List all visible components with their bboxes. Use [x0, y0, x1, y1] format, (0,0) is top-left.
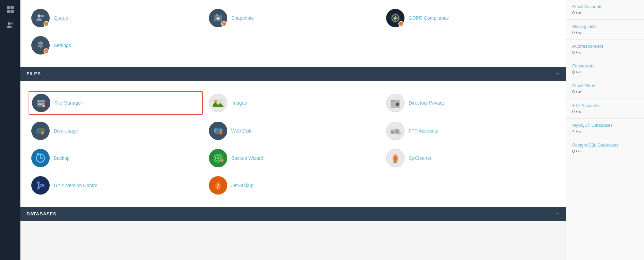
- snapshots-label[interactable]: Snapshots: [231, 15, 254, 21]
- svg-text:⚙: ⚙: [221, 159, 223, 162]
- git-label[interactable]: Git™ Version Control: [54, 183, 99, 188]
- web-disk-icon: [209, 122, 227, 140]
- email-accounts-value: 0 / ∞: [572, 10, 638, 15]
- backup-label[interactable]: Backup: [54, 155, 70, 161]
- right-sidebar-email-filters[interactable]: Email Filters 0 / ∞: [566, 79, 644, 99]
- item-settings[interactable]: Settings: [29, 34, 203, 57]
- right-sidebar-email-accounts[interactable]: Email Accounts 0 / ∞: [566, 0, 644, 20]
- backup-icon: [31, 149, 50, 167]
- right-sidebar-autoresponders[interactable]: Autoresponders 0 / ∞: [566, 40, 644, 59]
- svg-point-8: [41, 15, 44, 17]
- images-icon: [209, 94, 227, 112]
- right-sidebar-mysql[interactable]: MySQL® Databases 4 / ∞: [566, 119, 644, 138]
- right-sidebar-postgresql[interactable]: PostgreSQL Databases 0 / ∞: [566, 138, 644, 158]
- svg-text:!: !: [42, 132, 43, 135]
- svg-point-40: [219, 131, 222, 135]
- item-queue[interactable]: Queue: [29, 7, 203, 29]
- forwarders-value: 0 / ∞: [572, 70, 638, 75]
- autoresponders-value: 0 / ∞: [572, 50, 638, 55]
- users-icon[interactable]: [4, 19, 16, 31]
- right-sidebar-ftp-accounts[interactable]: FTP Accounts 0 / ∞: [566, 99, 644, 119]
- svg-rect-20: [37, 100, 45, 102]
- images-label[interactable]: Images: [231, 100, 247, 106]
- queue-label[interactable]: Queue: [54, 15, 68, 21]
- item-backup-wizard[interactable]: ⚙ Backup Wizard: [206, 147, 380, 169]
- jetbackup-label[interactable]: JetBackup: [231, 183, 253, 188]
- cpcleaner-label[interactable]: CpCleaner: [409, 155, 431, 161]
- mysql-value: 4 / ∞: [572, 129, 638, 134]
- files-section-content: ▶ File Manager Images: [20, 81, 566, 207]
- cpcleaner-icon: [386, 149, 404, 167]
- mysql-label: MySQL® Databases: [572, 123, 638, 128]
- autoresponders-label: Autoresponders: [572, 44, 638, 49]
- item-disk-usage[interactable]: ! Disk Usage: [29, 120, 203, 142]
- email-accounts-label: Email Accounts: [572, 4, 638, 9]
- right-sidebar: Email Accounts 0 / ∞ Mailing Lists 0 / ∞…: [566, 0, 644, 260]
- svg-point-18: [39, 44, 42, 47]
- item-backup[interactable]: Backup: [29, 147, 203, 169]
- svg-point-54: [37, 181, 40, 184]
- item-web-disk[interactable]: Web Disk: [206, 120, 380, 142]
- svg-point-27: [214, 100, 217, 103]
- gdpr-label[interactable]: GDPR Compliance: [409, 15, 449, 21]
- databases-collapse-button[interactable]: −: [556, 210, 560, 217]
- item-git[interactable]: Git™ Version Control: [29, 174, 203, 197]
- svg-point-55: [37, 187, 40, 189]
- item-directory-privacy[interactable]: Directory Privacy: [383, 91, 558, 115]
- disk-usage-label[interactable]: Disk Usage: [54, 128, 78, 134]
- gdpr-icon: 🔒: [386, 9, 404, 27]
- settings-label[interactable]: Settings: [54, 43, 71, 48]
- ftp-accounts-label[interactable]: FTP Accounts: [409, 128, 438, 134]
- files-collapse-button[interactable]: −: [556, 70, 560, 77]
- databases-section: DATABASES −: [20, 207, 566, 221]
- svg-rect-3: [11, 10, 14, 13]
- postgresql-label: PostgreSQL Databases: [572, 142, 638, 148]
- svg-rect-29: [391, 100, 395, 102]
- git-icon: [31, 176, 50, 195]
- directory-privacy-label[interactable]: Directory Privacy: [409, 100, 445, 106]
- top-items-grid: Queue Snapshots: [29, 3, 558, 60]
- settings-icon: [31, 36, 50, 55]
- svg-point-5: [11, 22, 13, 25]
- files-section-title: FILES: [27, 71, 41, 76]
- file-manager-icon: ▶: [32, 94, 50, 112]
- postgresql-value: 0 / ∞: [572, 149, 638, 154]
- item-gdpr[interactable]: 🔒 GDPR Compliance: [383, 7, 558, 29]
- ftp-accounts-rs-label: FTP Accounts: [572, 103, 638, 108]
- right-sidebar-mailing-lists[interactable]: Mailing Lists 0 / ∞: [566, 20, 644, 40]
- item-jetbackup[interactable]: JetBackup: [206, 174, 380, 197]
- svg-rect-0: [7, 6, 10, 9]
- backup-wizard-icon: ⚙: [209, 149, 227, 167]
- web-disk-label[interactable]: Web Disk: [231, 128, 252, 134]
- email-filters-label: Email Filters: [572, 83, 638, 88]
- svg-rect-2: [7, 10, 10, 13]
- ftp-accounts-rs-value: 0 / ∞: [572, 109, 638, 114]
- svg-rect-53: [393, 162, 397, 163]
- databases-section-title: DATABASES: [27, 211, 56, 216]
- files-section-header[interactable]: FILES −: [20, 67, 566, 81]
- svg-rect-22: [38, 104, 43, 105]
- right-sidebar-forwarders[interactable]: Forwarders 0 / ∞: [566, 59, 644, 79]
- databases-section-header[interactable]: DATABASES −: [20, 207, 566, 221]
- grid-icon[interactable]: [4, 3, 16, 16]
- files-items-grid: ▶ File Manager Images: [29, 88, 558, 200]
- svg-point-42: [391, 131, 394, 134]
- svg-point-50: [217, 157, 219, 159]
- snapshots-icon: [209, 9, 227, 27]
- file-manager-label[interactable]: File Manager: [54, 100, 82, 106]
- svg-rect-1: [11, 6, 14, 9]
- mailing-lists-label: Mailing Lists: [572, 24, 638, 29]
- item-images[interactable]: Images: [206, 91, 380, 115]
- svg-rect-32: [397, 104, 398, 106]
- disk-usage-icon: !: [31, 122, 50, 140]
- item-snapshots[interactable]: Snapshots: [206, 7, 380, 29]
- forwarders-label: Forwarders: [572, 63, 638, 68]
- svg-rect-12: [216, 14, 218, 16]
- mailing-lists-value: 0 / ∞: [572, 30, 638, 35]
- email-filters-value: 0 / ∞: [572, 89, 638, 94]
- backup-wizard-label[interactable]: Backup Wizard: [231, 155, 263, 161]
- item-ftp-accounts[interactable]: FTP Accounts: [383, 120, 558, 142]
- item-cpcleaner[interactable]: CpCleaner: [383, 147, 558, 169]
- svg-rect-23: [38, 106, 42, 106]
- item-file-manager[interactable]: ▶ File Manager: [29, 91, 203, 115]
